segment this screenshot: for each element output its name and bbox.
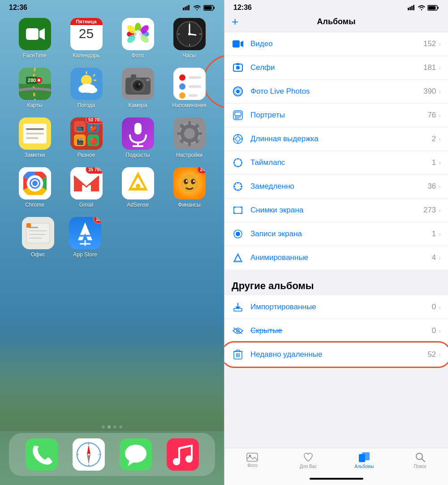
phone-icon[interactable]	[26, 438, 58, 471]
page-dot-1	[102, 425, 105, 429]
appstore-icon[interactable]: 28	[69, 217, 101, 249]
app-settings[interactable]: Настройки	[169, 117, 210, 158]
app-notes[interactable]: Заметки	[15, 117, 55, 158]
svg-point-98	[136, 184, 140, 188]
album-slowmo[interactable]: Замедленно 36 ›	[224, 175, 448, 199]
dock-phone[interactable]	[22, 438, 62, 471]
svg-rect-57	[189, 76, 201, 79]
app-office[interactable]: Офис	[18, 217, 58, 258]
album-video[interactable]: Видео 152 ›	[224, 32, 448, 56]
tab-search[interactable]: Поиск	[392, 452, 448, 469]
svg-rect-139	[428, 6, 436, 9]
album-portrait[interactable]: Портреты 76 ›	[224, 104, 448, 127]
tab-albums[interactable]: Альбомы	[336, 452, 392, 469]
svg-rect-108	[29, 230, 47, 231]
settings-icon[interactable]	[173, 117, 206, 150]
app-adsense[interactable]: AdSense	[118, 167, 158, 208]
album-longexp-name: Длинная выдержка	[250, 134, 432, 143]
album-live[interactable]: Фото Live Photos 390 ›	[224, 80, 448, 104]
albums-list: Видео 152 › Селфи 181 ›	[224, 32, 448, 448]
album-imported-count: 0	[432, 303, 436, 312]
screenrecord-icon	[232, 228, 244, 240]
music-icon[interactable]	[167, 438, 199, 471]
safari-icon[interactable]	[73, 438, 105, 471]
dock-messages[interactable]	[116, 438, 156, 471]
svg-marker-9	[39, 28, 45, 40]
album-timelapse[interactable]: Таймлапс 1 ›	[224, 151, 448, 175]
tab-foryou-label: Для Вас	[300, 464, 317, 469]
facetime-icon[interactable]	[19, 18, 51, 50]
app-finance[interactable]: 24	[169, 167, 210, 208]
photos-icon[interactable]	[122, 18, 154, 50]
svg-text:🎬: 🎬	[76, 138, 84, 145]
camera-icon[interactable]	[122, 68, 154, 100]
album-screenrecord[interactable]: Записи экрана 1 ›	[224, 222, 448, 246]
messages-icon[interactable]	[120, 438, 152, 471]
app-gmail[interactable]: 35 786 Gmail	[66, 167, 107, 208]
app-chrome[interactable]: Chrome	[15, 167, 55, 208]
svg-point-55	[179, 83, 185, 90]
tab-search-label: Поиск	[414, 464, 426, 469]
time-left: 12:36	[9, 4, 27, 12]
app-clock[interactable]: Часы	[169, 18, 210, 59]
app-podcasts[interactable]: Подкасты	[118, 117, 158, 158]
app-misc[interactable]: 50 785 📺 🍎 🎬 🔴 Раз	[66, 117, 107, 158]
app-appstore[interactable]: 28	[65, 217, 105, 258]
album-selfie[interactable]: Селфи 181 ›	[224, 56, 448, 80]
finance-label: Финансы	[178, 202, 200, 208]
status-bar-left: 12:36	[0, 0, 224, 13]
clock-icon[interactable]	[173, 18, 206, 50]
app-camera[interactable]: Камера	[118, 68, 158, 108]
other-albums-header: Другие альбомы	[224, 269, 448, 295]
app-weather[interactable]: Погода	[66, 68, 107, 108]
album-live-name: Фото Live Photos	[250, 87, 423, 96]
add-album-button[interactable]: +	[232, 15, 238, 29]
podcasts-icon[interactable]	[122, 117, 154, 150]
gmail-badge: 35 786	[86, 167, 103, 174]
album-hidden[interactable]: Скрытые 0 ›	[224, 319, 448, 343]
album-screenshot-count: 273	[423, 206, 436, 215]
office-icon[interactable]	[22, 217, 54, 249]
signal-icon	[183, 5, 191, 10]
app-facetime[interactable]: FaceTime	[15, 18, 55, 59]
dock-music[interactable]	[163, 438, 203, 471]
album-deleted[interactable]: Недавно удаленные 52 ›	[224, 343, 448, 366]
calendar-icon[interactable]: Пятница 25	[70, 18, 103, 50]
reminders-icon[interactable]	[173, 68, 206, 100]
misc-icon[interactable]: 50 785 📺 🍎 🎬 🔴	[70, 117, 103, 150]
svg-point-54	[179, 74, 185, 81]
album-longexp[interactable]: Длинная выдержка 2 ›	[224, 127, 448, 151]
gmail-label: Gmail	[79, 202, 93, 208]
page-dot-3	[113, 425, 116, 429]
svg-point-132	[185, 455, 193, 463]
maps-icon[interactable]: 280	[19, 68, 51, 100]
app-calendar[interactable]: Пятница 25 Календарь	[66, 18, 107, 59]
svg-rect-83	[177, 132, 181, 135]
selfie-icon	[232, 61, 244, 74]
notes-icon[interactable]	[19, 117, 51, 150]
album-screenshot[interactable]: Снимки экрана 273 ›	[224, 199, 448, 222]
album-animated-name: Анимированные	[250, 253, 432, 262]
album-animated-count: 4	[432, 253, 436, 262]
album-animated[interactable]: Анимированные 4 ›	[224, 246, 448, 269]
timelapse-icon	[232, 156, 244, 169]
gmail-icon[interactable]: 35 786	[70, 167, 103, 199]
svg-rect-196	[362, 452, 370, 460]
app-row-2: 280 Карты	[9, 68, 215, 108]
tab-photos[interactable]: Фото	[224, 452, 280, 469]
svg-point-103	[186, 180, 188, 182]
app-photos[interactable]: Фото	[118, 18, 158, 59]
adsense-icon[interactable]	[122, 167, 154, 199]
app-maps[interactable]: 280 Карты	[15, 68, 55, 108]
weather-icon[interactable]	[70, 68, 103, 100]
svg-point-43	[78, 86, 87, 93]
app-reminders[interactable]: Напоминания	[169, 68, 210, 108]
chrome-icon[interactable]	[19, 167, 51, 199]
dock-safari[interactable]	[69, 438, 109, 471]
album-video-count: 152	[423, 39, 436, 48]
album-imported[interactable]: Импортированные 0 ›	[224, 295, 448, 319]
tab-foryou[interactable]: Для Вас	[280, 452, 336, 469]
dock	[9, 433, 215, 476]
finance-icon[interactable]: 24	[173, 167, 206, 199]
tab-bar: Фото Для Вас Альбомы	[224, 448, 448, 476]
